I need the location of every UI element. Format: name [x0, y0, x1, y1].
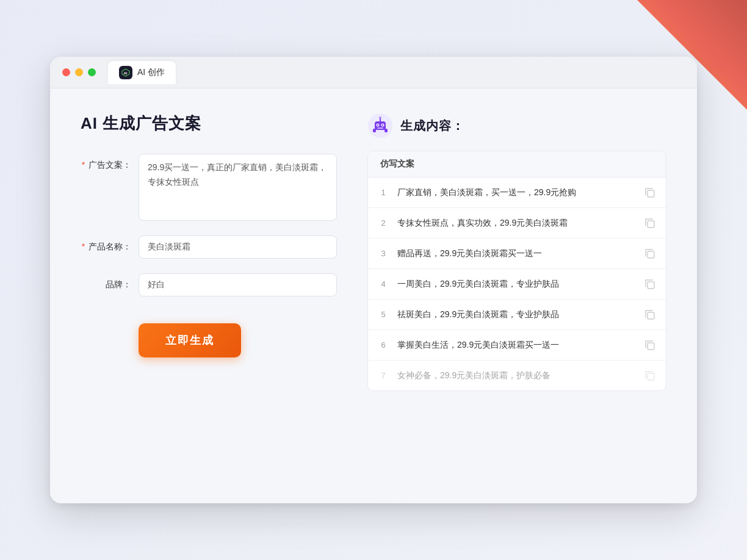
left-panel: AI 生成广告文案 * 广告文案： 29.9买一送一，真正的厂家直销，美白淡斑霜…: [81, 113, 337, 479]
result-row: 5 祛斑美白，29.9元美白淡斑霜，专业护肤品: [368, 300, 666, 330]
results-column-header: 仿写文案: [368, 151, 666, 178]
required-star-product-name: *: [82, 242, 85, 251]
generate-button[interactable]: 立即生成: [139, 323, 241, 357]
robot-icon: [367, 113, 393, 138]
svg-rect-14: [648, 221, 654, 228]
row-number: 7: [378, 371, 389, 380]
ai-tab-icon: AI: [119, 66, 132, 79]
row-number: 4: [378, 279, 389, 289]
row-text: 厂家直销，美白淡斑霜，买一送一，29.9元抢购: [397, 186, 635, 199]
svg-point-10: [379, 117, 381, 119]
results-rows: 1 厂家直销，美白淡斑霜，买一送一，29.9元抢购 2 专抹女性斑点，真实功效，…: [368, 178, 666, 390]
copy-icon[interactable]: [644, 187, 656, 199]
label-product-name: * 产品名称：: [81, 235, 139, 253]
svg-rect-16: [648, 282, 654, 289]
row-number: 1: [378, 188, 389, 197]
row-text: 赠品再送，29.9元美白淡斑霜买一送一: [397, 247, 635, 260]
svg-rect-19: [648, 373, 654, 380]
result-row: 4 一周美白，29.9元美白淡斑霜，专业护肤品: [368, 269, 666, 300]
textarea-ad-copy[interactable]: 29.9买一送一，真正的厂家直销，美白淡斑霜，专抹女性斑点: [139, 154, 337, 221]
tab-ai-create[interactable]: AI AI 创作: [108, 61, 176, 84]
form-group-ad-copy: * 广告文案： 29.9买一送一，真正的厂家直销，美白淡斑霜，专抹女性斑点: [81, 154, 337, 221]
result-header: 生成内容：: [367, 113, 666, 138]
svg-rect-8: [377, 127, 383, 129]
svg-point-7: [382, 124, 383, 126]
svg-rect-11: [373, 129, 376, 132]
form-group-brand: 品牌：: [81, 273, 337, 296]
svg-rect-18: [648, 343, 654, 350]
row-text: 专抹女性斑点，真实功效，29.9元美白淡斑霜: [397, 217, 635, 229]
result-row: 6 掌握美白生活，29.9元美白淡斑霜买一送一: [368, 330, 666, 361]
row-text: 掌握美白生活，29.9元美白淡斑霜买一送一: [397, 339, 635, 351]
title-bar: AI AI 创作: [50, 57, 697, 88]
row-text: 女神必备，29.9元美白淡斑霜，护肤必备: [397, 369, 635, 382]
main-content: AI 生成广告文案 * 广告文案： 29.9买一送一，真正的厂家直销，美白淡斑霜…: [50, 88, 697, 503]
svg-rect-15: [648, 251, 654, 258]
page-title: AI 生成广告文案: [81, 113, 337, 134]
tab-label: AI 创作: [137, 67, 165, 78]
traffic-light-minimize[interactable]: [75, 68, 83, 76]
row-number: 5: [378, 310, 389, 319]
traffic-light-close[interactable]: [62, 68, 70, 76]
result-row: 7 女神必备，29.9元美白淡斑霜，护肤必备: [368, 361, 666, 390]
svg-text:AI: AI: [124, 71, 128, 75]
form-group-product-name: * 产品名称：: [81, 235, 337, 259]
result-row: 2 专抹女性斑点，真实功效，29.9元美白淡斑霜: [368, 208, 666, 239]
copy-icon[interactable]: [644, 309, 656, 321]
right-panel: 生成内容： 仿写文案 1 厂家直销，美白淡斑霜，买一送一，29.9元抢购 2 专…: [367, 113, 666, 479]
results-table: 仿写文案 1 厂家直销，美白淡斑霜，买一送一，29.9元抢购 2 专抹女性斑点，…: [367, 151, 666, 391]
row-number: 6: [378, 340, 389, 350]
copy-icon[interactable]: [644, 339, 656, 351]
traffic-lights: [62, 68, 96, 76]
svg-rect-12: [384, 129, 388, 132]
copy-icon[interactable]: [644, 217, 656, 229]
result-title: 生成内容：: [400, 118, 464, 134]
label-ad-copy: * 广告文案：: [81, 154, 139, 171]
svg-point-6: [377, 124, 378, 126]
row-number: 2: [378, 218, 389, 228]
row-text: 祛斑美白，29.9元美白淡斑霜，专业护肤品: [397, 308, 635, 321]
result-row: 3 赠品再送，29.9元美白淡斑霜买一送一: [368, 239, 666, 269]
copy-icon[interactable]: [644, 370, 656, 382]
input-brand[interactable]: [139, 273, 337, 296]
row-number: 3: [378, 249, 389, 258]
copy-icon[interactable]: [644, 248, 656, 260]
copy-icon[interactable]: [644, 278, 656, 290]
required-star-ad-copy: *: [82, 160, 85, 170]
result-row: 1 厂家直销，美白淡斑霜，买一送一，29.9元抢购: [368, 178, 666, 208]
svg-rect-13: [648, 190, 654, 197]
traffic-light-maximize[interactable]: [88, 68, 96, 76]
input-product-name[interactable]: [139, 235, 337, 259]
svg-rect-17: [648, 312, 654, 319]
label-brand: 品牌：: [81, 273, 139, 290]
row-text: 一周美白，29.9元美白淡斑霜，专业护肤品: [397, 278, 635, 290]
browser-window: AI AI 创作 AI 生成广告文案 * 广告文案： 29.9买一送一，真正的厂…: [50, 57, 697, 503]
